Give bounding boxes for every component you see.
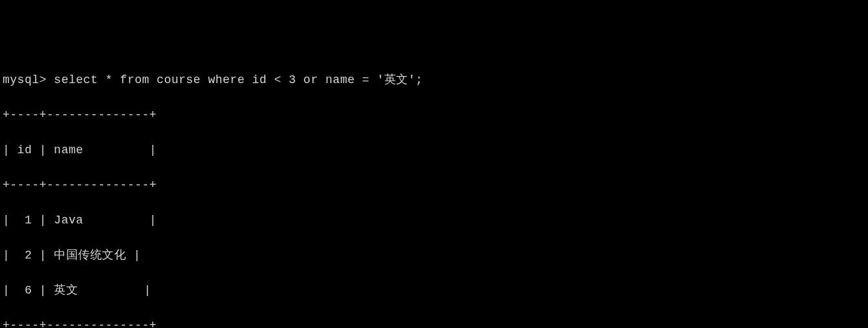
table-row: | 6 | 英文 | — [3, 282, 865, 299]
sql-query-1: select * from course where id < 3 or nam… — [47, 73, 423, 86]
table-border: +----+--------------+ — [3, 317, 865, 328]
table-row: | 2 | 中国传统文化 | — [3, 247, 865, 264]
table-border: +----+--------------+ — [3, 177, 865, 194]
mysql-prompt: mysql> — [3, 73, 47, 86]
table-row: | 1 | Java | — [3, 212, 865, 229]
table-header: | id | name | — [3, 142, 865, 159]
table-border: +----+--------------+ — [3, 107, 865, 124]
query-1-line: mysql> select * from course where id < 3… — [3, 71, 865, 89]
